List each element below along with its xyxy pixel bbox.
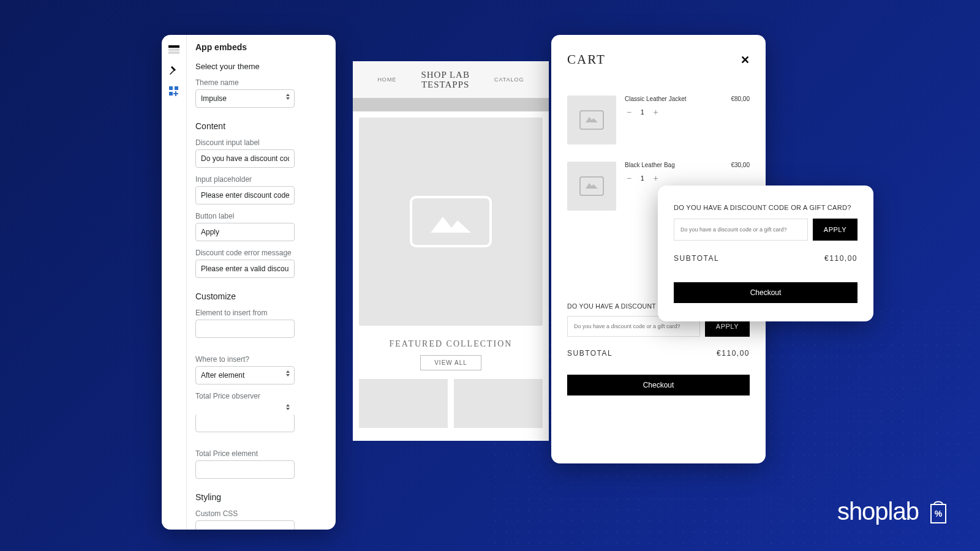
error-msg-field[interactable] bbox=[195, 260, 295, 278]
storefront-brand: SHOP LAB TESTAPPS bbox=[421, 70, 470, 90]
svg-rect-0 bbox=[168, 45, 179, 48]
svg-rect-4 bbox=[175, 86, 178, 90]
brand-logo: shoplab % bbox=[837, 498, 949, 525]
where-insert-label: Where to insert? bbox=[195, 355, 330, 364]
subtotal-label: SUBTOTAL bbox=[674, 254, 719, 263]
svg-rect-1 bbox=[168, 48, 179, 51]
subtotal-value: €110,00 bbox=[824, 254, 858, 263]
panel-title: App embeds bbox=[195, 42, 330, 52]
announcement-bar bbox=[353, 98, 549, 111]
input-placeholder-field[interactable] bbox=[195, 186, 295, 204]
svg-rect-5 bbox=[169, 92, 173, 96]
product-placeholder bbox=[359, 379, 448, 428]
qty-value: 1 bbox=[641, 175, 644, 182]
sections-icon[interactable] bbox=[168, 45, 180, 54]
settings-body: App embeds Select your theme Theme name … bbox=[186, 35, 336, 530]
cart-item-name: Black Leather Bag bbox=[625, 162, 722, 168]
qty-value: 1 bbox=[641, 109, 644, 116]
content-section-title: Content bbox=[195, 121, 330, 131]
product-row bbox=[353, 379, 549, 428]
nav-catalog[interactable]: CATALOG bbox=[494, 77, 524, 83]
close-icon[interactable]: ✕ bbox=[741, 53, 750, 67]
checkout-button[interactable]: Checkout bbox=[567, 375, 750, 395]
tag-icon: % bbox=[927, 498, 949, 525]
button-label-label: Button label bbox=[195, 212, 330, 220]
product-placeholder bbox=[454, 379, 543, 428]
featured-heading: FEATURED COLLECTION bbox=[353, 326, 549, 355]
image-placeholder-icon bbox=[579, 110, 604, 130]
custom-css-field[interactable] bbox=[195, 520, 295, 530]
theme-select[interactable]: Impulse bbox=[195, 89, 295, 108]
cart-item-price: €80,00 bbox=[731, 96, 750, 144]
styling-section-title: Styling bbox=[195, 492, 330, 502]
element-insert-from-field[interactable] bbox=[195, 320, 295, 338]
qty-plus-button[interactable]: + bbox=[652, 107, 660, 117]
discount-input-label-label: Discount input label bbox=[195, 138, 330, 147]
custom-css-label: Custom CSS bbox=[195, 509, 330, 518]
storefront-preview: HOME SHOP LAB TESTAPPS CATALOG FEATURED … bbox=[353, 61, 549, 441]
image-placeholder-icon bbox=[410, 196, 492, 247]
svg-rect-3 bbox=[169, 86, 173, 90]
total-price-observer-select[interactable] bbox=[195, 403, 295, 415]
qty-minus-button[interactable]: − bbox=[625, 173, 633, 183]
svg-rect-2 bbox=[168, 51, 179, 54]
qty-minus-button[interactable]: − bbox=[625, 107, 633, 117]
checkout-button[interactable]: Checkout bbox=[674, 282, 858, 303]
cart-item: Classic Leather Jacket − 1 + €80,00 bbox=[567, 96, 750, 144]
subtotal-value: €110,00 bbox=[717, 349, 750, 358]
cart-item-thumb bbox=[567, 96, 616, 144]
discount-question: DO YOU HAVE A DISCOUNT CODE OR A GIFT CA… bbox=[674, 204, 858, 211]
qty-plus-button[interactable]: + bbox=[652, 173, 660, 183]
input-placeholder-label: Input placeholder bbox=[195, 175, 330, 184]
cart-title: CART bbox=[567, 52, 606, 67]
customize-section-title: Customize bbox=[195, 291, 330, 301]
gavel-icon[interactable] bbox=[168, 66, 180, 75]
total-price-element-label: Total Price element bbox=[195, 449, 330, 458]
discount-popup: DO YOU HAVE A DISCOUNT CODE OR A GIFT CA… bbox=[658, 186, 873, 321]
theme-section-title: Select your theme bbox=[195, 62, 330, 71]
apply-button[interactable]: APPLY bbox=[813, 219, 858, 241]
storefront-navbar: HOME SHOP LAB TESTAPPS CATALOG bbox=[353, 61, 549, 98]
total-price-observer-label: Total Price observer bbox=[195, 392, 330, 400]
view-all-button[interactable]: VIEW ALL bbox=[420, 355, 481, 370]
error-msg-label: Discount code error message bbox=[195, 249, 330, 257]
total-price-observer-field[interactable] bbox=[195, 414, 295, 432]
apps-icon[interactable] bbox=[168, 86, 180, 96]
hero-image-placeholder bbox=[359, 118, 543, 326]
svg-text:%: % bbox=[935, 509, 943, 519]
discount-input-label-field[interactable] bbox=[195, 149, 295, 168]
image-placeholder-icon bbox=[579, 176, 604, 196]
nav-home[interactable]: HOME bbox=[377, 77, 396, 83]
settings-iconbar bbox=[162, 35, 186, 530]
where-insert-select[interactable]: After element bbox=[195, 366, 295, 384]
element-insert-from-label: Element to insert from bbox=[195, 309, 330, 317]
brand-name: shoplab bbox=[837, 498, 919, 525]
cart-item-thumb bbox=[567, 162, 616, 211]
subtotal-label: SUBTOTAL bbox=[567, 349, 612, 358]
discount-input[interactable] bbox=[674, 219, 808, 241]
settings-panel: App embeds Select your theme Theme name … bbox=[162, 35, 336, 530]
total-price-element-field[interactable] bbox=[195, 460, 295, 479]
theme-name-label: Theme name bbox=[195, 78, 330, 87]
button-label-field[interactable] bbox=[195, 223, 295, 241]
cart-item-name: Classic Leather Jacket bbox=[625, 96, 722, 102]
